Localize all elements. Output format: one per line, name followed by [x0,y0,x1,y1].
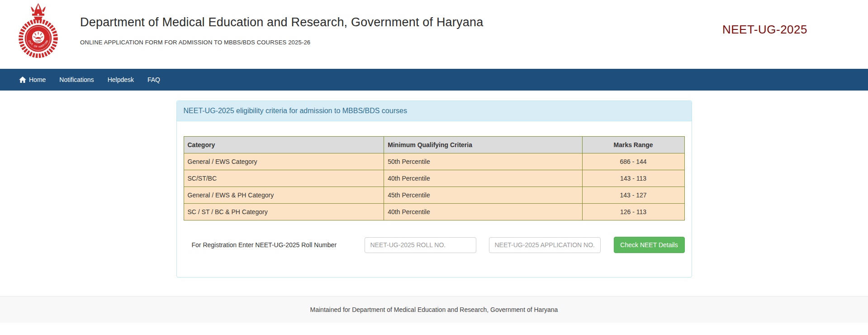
cell-category: General / EWS Category [184,153,384,170]
exam-badge: NEET-UG-2025 [722,23,807,37]
page-footer: Maintained for Department of Medical Edu… [0,296,868,323]
table-row: SC/ST/BC 40th Percentile 143 - 113 [184,170,684,187]
roll-number-input[interactable] [365,237,476,253]
cell-criteria: 40th Percentile [384,204,582,220]
eligibility-panel: NEET-UG-2025 eligibility criteria for ad… [176,100,692,278]
nav-item-notifications[interactable]: Notifications [52,69,100,91]
table-header-row: Category Minimum Qualifying Criteria Mar… [184,137,684,153]
nav-item-home[interactable]: Home [12,69,52,91]
eligibility-table: Category Minimum Qualifying Criteria Mar… [184,136,685,220]
table-row: SC / ST / BC & PH Category 40th Percenti… [184,204,684,220]
govt-of-haryana-emblem-icon: GOVT. OF HARYANA [16,2,60,58]
cell-marks: 143 - 127 [582,187,684,204]
panel-heading: NEET-UG-2025 eligibility criteria for ad… [177,101,692,121]
column-header-marks: Marks Range [582,137,684,153]
cell-category: SC/ST/BC [184,170,384,187]
column-header-category: Category [184,137,384,153]
nav-item-faq[interactable]: FAQ [141,69,167,91]
cell-criteria: 50th Percentile [384,153,582,170]
cell-marks: 143 - 113 [582,170,684,187]
footer-text: Maintained for Department of Medical Edu… [310,306,558,313]
main-navbar: Home Notifications Helpdesk FAQ [0,69,868,91]
nav-item-label: Home [29,76,46,83]
page-title: Department of Medical Education and Rese… [80,15,483,29]
registration-form-label: For Registration Enter NEET-UG-2025 Roll… [192,241,337,249]
cell-marks: 686 - 144 [582,153,684,170]
cell-category: General / EWS & PH Category [184,187,384,204]
nav-item-label: Notifications [59,76,94,83]
page-subtitle: ONLINE APPLICATION FORM FOR ADMISSION TO… [80,39,483,46]
application-number-input[interactable] [489,237,601,253]
table-row: General / EWS & PH Category 45th Percent… [184,187,684,204]
nav-item-label: FAQ [147,76,160,83]
nav-item-helpdesk[interactable]: Helpdesk [101,69,141,91]
home-icon [19,77,26,83]
page-header: GOVT. OF HARYANA Department of Medical E… [0,0,868,69]
cell-marks: 126 - 113 [582,204,684,220]
cell-criteria: 45th Percentile [384,187,582,204]
cell-criteria: 40th Percentile [384,170,582,187]
header-text-block: Department of Medical Education and Rese… [80,15,483,46]
column-header-criteria: Minimum Qualifying Criteria [384,137,582,153]
cell-category: SC / ST / BC & PH Category [184,204,384,220]
nav-item-label: Helpdesk [108,76,134,83]
table-row: General / EWS Category 50th Percentile 6… [184,153,684,170]
panel-body: Category Minimum Qualifying Criteria Mar… [177,121,692,277]
check-neet-details-button[interactable]: Check NEET Details [614,237,685,253]
registration-form-row: For Registration Enter NEET-UG-2025 Roll… [184,237,685,253]
